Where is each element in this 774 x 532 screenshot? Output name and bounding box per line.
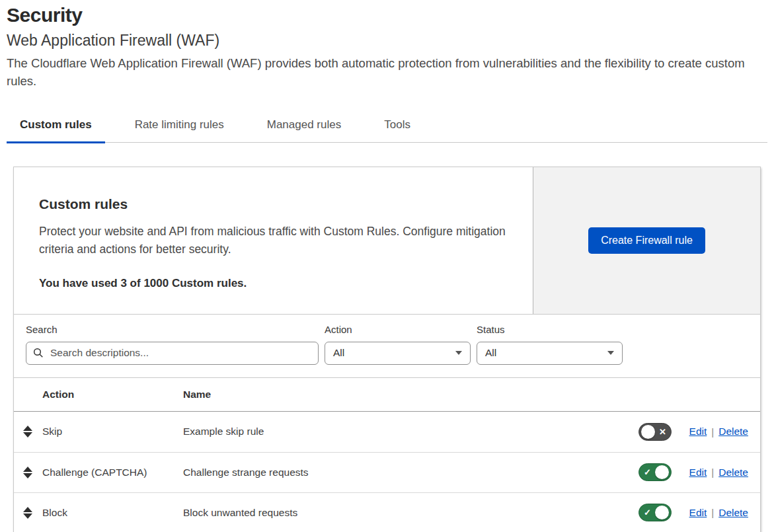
- rule-action: Block: [42, 507, 183, 519]
- table-row: Challenge (CAPTCHA) Challenge strange re…: [14, 452, 760, 492]
- name-column-header: Name: [183, 389, 639, 400]
- chevron-down-icon: [455, 351, 462, 355]
- filters-bar: Search Action All Status All: [14, 314, 760, 377]
- action-filter-value: All: [333, 347, 344, 359]
- rule-name: Challenge strange requests: [183, 467, 639, 478]
- table-row: Skip Example skip rule ✕ Edit | Delete: [14, 412, 760, 452]
- tab-tools[interactable]: Tools: [371, 109, 424, 143]
- tab-managed-rules[interactable]: Managed rules: [254, 109, 354, 143]
- toggle-state-icon: ✓: [641, 508, 654, 517]
- link-separator: |: [711, 467, 714, 478]
- search-filter-group: Search: [26, 324, 319, 365]
- rule-name: Example skip rule: [183, 426, 639, 437]
- search-box: [26, 342, 319, 365]
- delete-link[interactable]: Delete: [718, 426, 748, 437]
- card-content: Custom rules Protect your website and AP…: [14, 167, 533, 314]
- drag-handle-icon[interactable]: [23, 426, 32, 437]
- rule-enabled-toggle[interactable]: ✕: [639, 423, 672, 441]
- status-filter-select[interactable]: All: [477, 342, 623, 365]
- toggle-state-icon: ✕: [656, 428, 669, 436]
- rule-enabled-toggle[interactable]: ✓: [639, 463, 672, 481]
- drag-handle-icon[interactable]: [23, 467, 32, 478]
- table-row: Block Block unwanted requests ✓ Edit | D…: [14, 492, 760, 532]
- rule-action: Skip: [42, 426, 183, 437]
- card-action-panel: Create Firewall rule: [533, 167, 760, 314]
- page-description: The Cloudflare Web Application Firewall …: [7, 55, 747, 91]
- link-separator: |: [711, 426, 714, 437]
- tab-custom-rules[interactable]: Custom rules: [7, 109, 105, 143]
- page-title: Security: [7, 4, 767, 26]
- chevron-down-icon: [607, 351, 614, 355]
- delete-link[interactable]: Delete: [718, 467, 748, 478]
- toggle-knob: [655, 465, 669, 479]
- tab-rate-limiting-rules[interactable]: Rate limiting rules: [122, 109, 237, 143]
- status-filter-value: All: [485, 347, 496, 359]
- rules-usage-count: You have used 3 of 1000 Custom rules.: [39, 277, 506, 290]
- custom-rules-card: Custom rules Protect your website and AP…: [14, 167, 760, 314]
- custom-rules-panel: Custom rules Protect your website and AP…: [13, 167, 761, 532]
- card-heading: Custom rules: [39, 196, 506, 212]
- action-filter-group: Action All: [325, 324, 471, 365]
- table-header-row: Action Name: [14, 378, 760, 412]
- toggle-state-icon: ✓: [641, 468, 654, 476]
- edit-link[interactable]: Edit: [689, 467, 707, 478]
- page-subtitle: Web Application Firewall (WAF): [7, 32, 767, 50]
- status-filter-label: Status: [477, 324, 623, 335]
- search-input[interactable]: [26, 342, 319, 365]
- action-filter-select[interactable]: All: [325, 342, 471, 365]
- create-firewall-rule-button[interactable]: Create Firewall rule: [588, 227, 705, 254]
- action-filter-label: Action: [325, 324, 471, 335]
- edit-link[interactable]: Edit: [689, 507, 707, 519]
- search-label: Search: [26, 324, 319, 335]
- link-separator: |: [711, 507, 714, 518]
- edit-link[interactable]: Edit: [689, 426, 707, 437]
- card-description: Protect your website and API from malici…: [39, 223, 506, 258]
- status-filter-group: Status All: [477, 324, 623, 365]
- toggle-knob: [641, 425, 655, 439]
- toggle-knob: [655, 506, 669, 519]
- table-body: Skip Example skip rule ✕ Edit | Delete C…: [14, 412, 760, 532]
- drag-handle-icon[interactable]: [23, 507, 32, 519]
- action-column-header: Action: [42, 389, 183, 400]
- rule-enabled-toggle[interactable]: ✓: [639, 504, 672, 521]
- tabs: Custom rulesRate limiting rulesManaged r…: [7, 109, 767, 143]
- rule-action: Challenge (CAPTCHA): [42, 467, 183, 478]
- security-page: Security Web Application Firewall (WAF) …: [0, 0, 774, 532]
- delete-link[interactable]: Delete: [718, 507, 748, 519]
- rule-name: Block unwanted requests: [183, 507, 639, 519]
- rules-table: Action Name Skip Example skip rule ✕ Edi…: [14, 377, 760, 532]
